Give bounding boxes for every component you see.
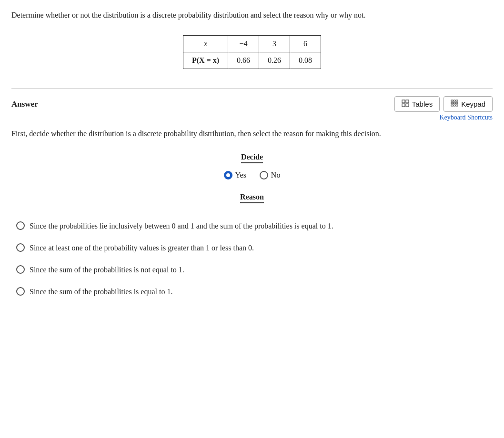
reason-option-1-text: Since the probabilities lie inclusively … (30, 220, 333, 232)
table-px-val-1: 0.66 (228, 52, 259, 69)
decide-section: Decide Yes No (11, 153, 493, 179)
decide-no-label: No (271, 171, 281, 179)
decide-yes-label: Yes (235, 171, 246, 179)
answer-label: Answer (11, 100, 38, 109)
reason-radio-1[interactable] (16, 221, 25, 230)
reason-option-4-text: Since the sum of the probabilities is eq… (30, 286, 172, 298)
decide-no-radio[interactable] (260, 171, 268, 179)
svg-rect-7 (451, 102, 453, 104)
decide-yes-radio[interactable] (224, 171, 232, 179)
reason-option-3[interactable]: Since the sum of the probabilities is no… (16, 264, 483, 276)
section-divider (11, 88, 493, 89)
reason-title: Reason (240, 193, 264, 203)
button-group: Tables Keypad (394, 96, 493, 112)
keyboard-shortcuts-link[interactable]: Keyboard Shortcuts (11, 114, 493, 121)
decide-yes-option[interactable]: Yes (224, 171, 246, 179)
svg-rect-1 (406, 100, 409, 103)
probability-table: x −4 3 6 P(X = x) 0.66 0.26 0.08 (183, 35, 321, 69)
keypad-button[interactable]: Keypad (444, 96, 493, 112)
svg-rect-5 (454, 100, 455, 101)
svg-rect-6 (456, 100, 458, 101)
tables-button[interactable]: Tables (394, 96, 440, 112)
table-x-val-1: −4 (228, 36, 259, 52)
reason-radio-3[interactable] (16, 265, 25, 274)
table-x-header: x (183, 36, 228, 52)
answer-instruction: First, decide whether the distribution i… (11, 128, 440, 139)
decide-no-option[interactable]: No (260, 171, 281, 179)
decide-radio-group: Yes No (11, 171, 493, 179)
table-x-val-3: 6 (290, 36, 321, 52)
svg-rect-0 (402, 100, 405, 103)
reason-option-2[interactable]: Since at least one of the probability va… (16, 242, 483, 254)
keypad-icon (451, 100, 458, 109)
tables-button-label: Tables (412, 100, 433, 108)
reason-radio-4[interactable] (16, 287, 25, 296)
reason-option-4[interactable]: Since the sum of the probabilities is eq… (16, 286, 483, 298)
table-px-val-2: 0.26 (259, 52, 290, 69)
reason-section: Reason (11, 193, 493, 211)
svg-rect-3 (406, 104, 409, 107)
table-px-val-3: 0.08 (290, 52, 321, 69)
table-x-val-2: 3 (259, 36, 290, 52)
svg-rect-12 (456, 105, 458, 106)
decide-title: Decide (241, 153, 263, 163)
keypad-button-label: Keypad (461, 100, 485, 108)
table-px-header: P(X = x) (183, 52, 228, 69)
answer-header-row: Answer Tables (11, 96, 493, 112)
svg-rect-4 (451, 100, 453, 101)
svg-rect-11 (454, 105, 455, 106)
probability-table-wrapper: x −4 3 6 P(X = x) 0.66 0.26 0.08 (11, 35, 493, 69)
reason-radio-2[interactable] (16, 243, 25, 252)
tables-icon (402, 100, 409, 109)
svg-rect-9 (456, 102, 458, 104)
reason-option-1[interactable]: Since the probabilities lie inclusively … (16, 220, 483, 232)
reason-option-3-text: Since the sum of the probabilities is no… (30, 264, 184, 276)
reason-option-2-text: Since at least one of the probability va… (30, 242, 254, 254)
svg-rect-10 (451, 105, 453, 106)
svg-rect-2 (402, 104, 405, 107)
reason-options: Since the probabilities lie inclusively … (11, 220, 493, 298)
svg-rect-8 (454, 102, 455, 104)
question-text: Determine whether or not the distributio… (11, 10, 488, 21)
